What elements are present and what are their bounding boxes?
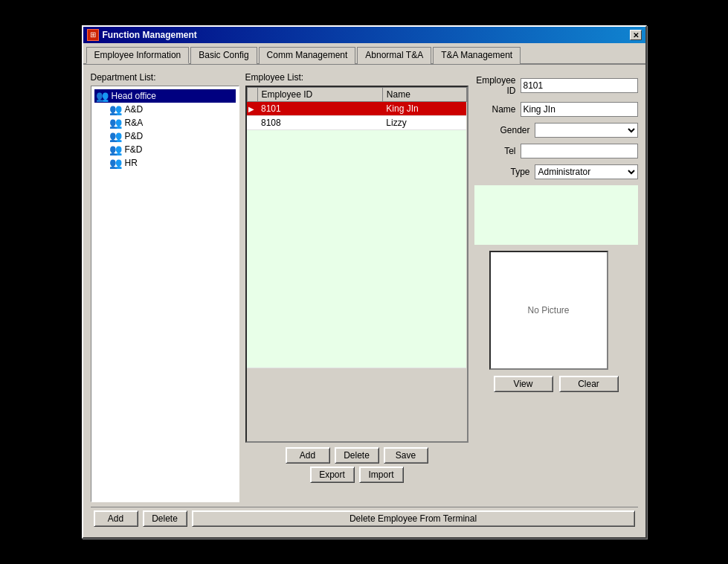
tab-comm-management[interactable]: Comm Management <box>259 47 356 64</box>
dept-item-hr[interactable]: 👥 HR <box>94 156 236 170</box>
dept-item-head[interactable]: 👥 Head office <box>94 89 236 103</box>
form-panel: Employee ID Name Gender Male Female <box>474 72 638 502</box>
arrow-header <box>247 88 257 102</box>
tabs-bar: Employee Information Basic Config Comm M… <box>83 43 645 65</box>
dept-item-label-hr: HR <box>125 158 138 168</box>
group-icon-ra: 👥 <box>109 117 123 129</box>
table-row[interactable]: 8108 Lizzy <box>247 116 466 130</box>
view-button[interactable]: View <box>494 376 553 392</box>
export-button[interactable]: Export <box>310 467 355 483</box>
clear-button[interactable]: Clear <box>559 376 619 392</box>
table-row[interactable]: ▶ 8101 King JIn <box>247 102 466 116</box>
window-title: Function Management <box>103 30 197 40</box>
emp-name-cell-2: Lizzy <box>382 116 466 130</box>
emp-id-cell-2: 8108 <box>257 116 382 130</box>
bottom-add-button[interactable]: Add <box>94 510 138 527</box>
emp-id-cell: 8101 <box>257 102 382 116</box>
content-area: Department List: 👥 Head office 👥 A&D 👥 <box>83 65 645 537</box>
col-emp-id: Employee ID <box>257 88 382 102</box>
dept-list-label: Department List: <box>91 72 239 83</box>
save-button[interactable]: Save <box>384 447 428 464</box>
employee-list-wrapper: Employee ID Name ▶ 8101 King JIn <box>245 86 468 443</box>
name-label: Name <box>474 104 516 115</box>
form-green-area <box>474 185 638 245</box>
dept-list-container[interactable]: 👥 Head office 👥 A&D 👥 R&A 👥 P&D <box>91 86 239 502</box>
dept-item-pd[interactable]: 👥 P&D <box>94 129 236 143</box>
id-label: Employee ID <box>474 75 516 96</box>
form-row-tel: Tel <box>474 144 638 158</box>
row-arrow-empty <box>247 116 257 130</box>
form-row-type: Type Administrator Employee <box>474 164 638 179</box>
emp-btn-row1: Add Delete Save <box>245 447 468 464</box>
tab-abnormal-ta[interactable]: Abnormal T&A <box>357 47 431 64</box>
add-employee-button[interactable]: Add <box>286 447 330 464</box>
form-btn-row: View Clear <box>474 376 638 392</box>
delete-employee-button[interactable]: Delete <box>335 447 379 464</box>
type-label: Type <box>474 167 530 177</box>
form-row-name: Name <box>474 102 638 117</box>
gender-label: Gender <box>474 125 530 135</box>
form-row-gender: Gender Male Female <box>474 123 638 138</box>
tab-ta-management[interactable]: T&A Management <box>433 47 521 64</box>
dept-panel: Department List: 👥 Head office 👥 A&D 👥 <box>91 72 239 502</box>
dept-item-label-pd: P&D <box>125 131 144 141</box>
group-icon: 👥 <box>96 90 109 102</box>
employee-panel: Employee List: Employee ID Name <box>245 72 468 502</box>
employee-name-input[interactable] <box>521 102 638 117</box>
tab-employee-info[interactable]: Employee Information <box>86 47 190 64</box>
picture-box: No Picture <box>489 251 608 370</box>
group-icon-hr: 👥 <box>109 157 123 169</box>
dept-item-label-fd: F&D <box>125 144 143 155</box>
tab-basic-config[interactable]: Basic Config <box>190 47 257 64</box>
col-name: Name <box>382 88 466 102</box>
bottom-delete-button[interactable]: Delete <box>143 510 187 527</box>
tel-input[interactable] <box>521 144 638 158</box>
form-row-id: Employee ID <box>474 75 638 96</box>
dept-item-fd[interactable]: 👥 F&D <box>94 143 236 156</box>
bottom-bar: Add Delete Delete Employee From Terminal <box>91 507 638 530</box>
dept-item-and[interactable]: 👥 A&D <box>94 103 236 116</box>
window-icon: ⊞ <box>87 29 99 41</box>
dept-item-label-head: Head office <box>112 91 157 101</box>
delete-terminal-button[interactable]: Delete Employee From Terminal <box>192 510 635 527</box>
employee-list-label: Employee List: <box>245 72 468 83</box>
gender-select[interactable]: Male Female <box>535 123 638 138</box>
group-icon-and: 👥 <box>109 103 123 115</box>
main-window: ⊞ Function Management ✕ Employee Informa… <box>82 25 647 539</box>
employee-table: Employee ID Name ▶ 8101 King JIn <box>247 87 467 368</box>
group-icon-fd: 👥 <box>109 144 123 156</box>
group-icon-pd: 👥 <box>109 130 123 142</box>
emp-btn-row2: Export Import <box>245 467 468 483</box>
no-picture-label: No Picture <box>527 305 569 315</box>
type-select[interactable]: Administrator Employee <box>535 164 638 179</box>
employee-scroll-inner[interactable]: Employee ID Name ▶ 8101 King JIn <box>247 87 467 441</box>
emp-name-cell: King JIn <box>382 102 466 116</box>
employee-id-input[interactable] <box>521 78 638 93</box>
import-button[interactable]: Import <box>359 467 404 483</box>
title-bar: ⊞ Function Management ✕ <box>83 27 645 43</box>
dept-item-ra[interactable]: 👥 R&A <box>94 116 236 129</box>
dept-item-label-ra: R&A <box>125 118 144 128</box>
tel-label: Tel <box>474 146 516 156</box>
row-arrow: ▶ <box>247 102 257 116</box>
emp-empty-area <box>247 130 466 368</box>
dept-item-label-and: A&D <box>125 104 144 115</box>
close-button[interactable]: ✕ <box>630 30 642 40</box>
